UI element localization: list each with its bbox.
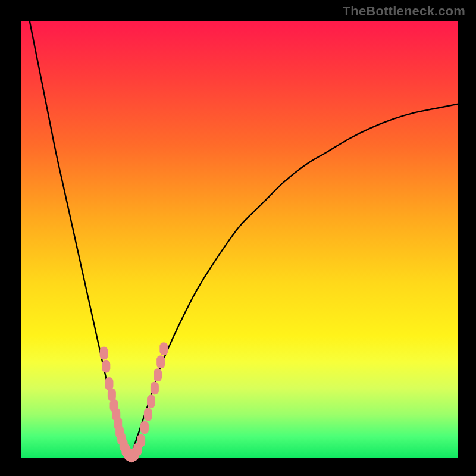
marker-point (137, 434, 145, 447)
marker-point (100, 347, 108, 360)
chart-frame: TheBottleneck.com (0, 0, 476, 476)
marker-point (156, 355, 165, 368)
chart-overlay (0, 0, 476, 476)
marker-point (144, 408, 152, 421)
marker-point (159, 342, 168, 355)
marker-point (147, 394, 155, 408)
marker-point (154, 368, 162, 381)
curve-right-curve (130, 104, 458, 458)
marker-point (102, 360, 110, 373)
marker-point (140, 421, 149, 434)
marker-point (151, 381, 159, 394)
